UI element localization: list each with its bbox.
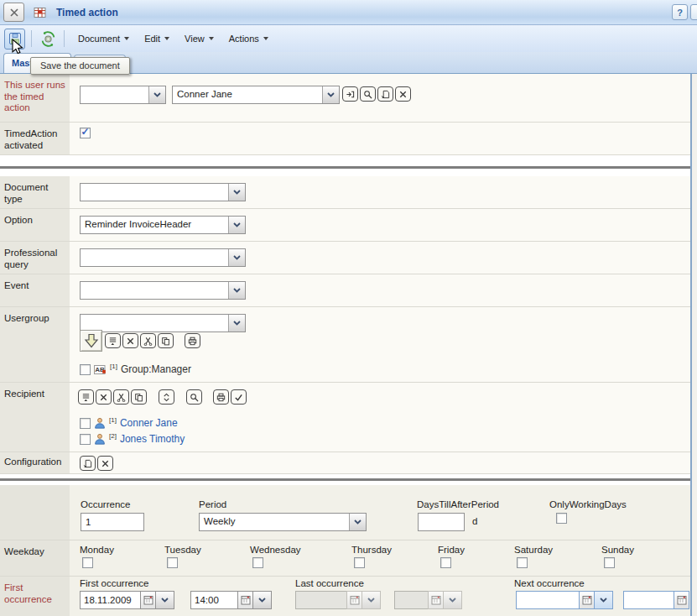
row-runs-user: This user runs the timed action Conner J… <box>0 74 690 123</box>
person-icon <box>94 433 106 445</box>
close-button[interactable] <box>3 3 24 22</box>
option-combobox[interactable]: Reminder InvoiceHeader <box>80 216 246 234</box>
add-usergroup-button[interactable] <box>80 330 102 352</box>
row-weekday: Weekday Monday Tuesday Wednesday Thursda… <box>0 540 690 577</box>
next-time-calendar-button[interactable] <box>674 591 689 609</box>
thursday-checkbox[interactable] <box>354 557 365 568</box>
list-top-button[interactable] <box>78 389 94 405</box>
tab-bar: Mast Save the document <box>0 52 697 74</box>
first-time-input[interactable] <box>190 591 237 609</box>
calendar-icon <box>582 595 592 605</box>
first-time-dropdown-button[interactable] <box>253 591 272 609</box>
recipient-link[interactable]: Jones Timothy <box>120 433 185 445</box>
section-separator <box>0 155 690 176</box>
pick-configuration-button[interactable] <box>80 456 96 471</box>
activated-checkbox[interactable] <box>80 128 91 138</box>
next-date-dropdown-button[interactable] <box>595 591 613 609</box>
usergroup-item-checkbox[interactable] <box>80 364 91 375</box>
first-date-calendar-button[interactable] <box>140 591 156 609</box>
row-label: Recipient <box>0 383 70 452</box>
only-working-days-checkbox[interactable] <box>556 513 567 524</box>
search-button[interactable] <box>186 389 202 405</box>
occurrence-input[interactable] <box>81 513 144 531</box>
goto-user-button[interactable] <box>342 86 358 102</box>
process-engine-button[interactable] <box>38 29 58 49</box>
first-date-dropdown-button[interactable] <box>156 591 174 609</box>
next-date-input[interactable] <box>516 591 579 609</box>
row-recipient: Recipient [1] <box>0 383 690 452</box>
event-combobox[interactable] <box>80 281 246 300</box>
calendar-icon <box>143 595 153 605</box>
confirm-button[interactable] <box>231 389 247 405</box>
clipped-window-button[interactable] <box>690 4 697 20</box>
chevron-down-icon[interactable] <box>148 86 165 103</box>
monday-checkbox[interactable] <box>82 557 93 568</box>
usergroup-item-label: Group:Manager <box>121 363 191 375</box>
weekday-tuesday: Tuesday <box>164 545 201 568</box>
search-icon <box>190 393 199 402</box>
chevron-down-icon[interactable] <box>228 282 245 299</box>
section-separator <box>0 474 690 485</box>
clear-icon <box>99 393 108 402</box>
copy-button[interactable] <box>158 333 174 348</box>
copy-icon <box>134 393 143 402</box>
search-user-button[interactable] <box>360 86 376 102</box>
friday-checkbox[interactable] <box>440 557 451 568</box>
chevron-down-icon[interactable] <box>349 514 366 530</box>
clear-icon <box>398 90 408 99</box>
remove-button[interactable] <box>96 389 112 405</box>
days-till-after-period-input[interactable] <box>418 513 465 531</box>
mouse-cursor <box>12 39 24 56</box>
period-combobox[interactable]: Weekly <box>199 513 367 531</box>
days-till-after-period-label: DaysTillAfterPeriod <box>417 499 499 509</box>
remove-button[interactable] <box>122 333 138 348</box>
cut-button[interactable] <box>113 389 129 405</box>
sunday-checkbox[interactable] <box>604 557 615 568</box>
clear-user-button[interactable] <box>395 86 411 102</box>
sort-button[interactable] <box>159 389 174 405</box>
first-date-input[interactable] <box>80 591 140 609</box>
first-occurrence-label: First occurrence <box>80 578 148 588</box>
document-type-combobox[interactable] <box>80 183 246 201</box>
user-type-combobox[interactable] <box>80 86 166 104</box>
next-date-calendar-button[interactable] <box>579 591 595 609</box>
wednesday-checkbox[interactable] <box>252 557 263 568</box>
recipient-checkbox[interactable] <box>80 418 91 429</box>
first-time-calendar-button[interactable] <box>237 591 253 609</box>
save-tooltip: Save the document <box>30 57 130 75</box>
menu-actions[interactable]: Actions <box>221 29 276 48</box>
professional-query-combobox[interactable] <box>80 248 246 267</box>
print-button[interactable] <box>185 333 200 348</box>
recipient-link[interactable]: Conner Jane <box>120 417 178 429</box>
last-date-dropdown-button <box>362 591 381 609</box>
print-button[interactable] <box>213 389 229 405</box>
saturday-checkbox[interactable] <box>517 557 528 568</box>
check-icon <box>234 393 243 402</box>
recipient-checkbox[interactable] <box>80 434 91 445</box>
list-top-button[interactable] <box>105 333 121 348</box>
copy-button[interactable] <box>131 389 147 405</box>
tuesday-checkbox[interactable] <box>167 557 178 568</box>
row-professional-query: Professional query <box>0 242 690 274</box>
sort-icon <box>162 393 171 402</box>
row-usergroup: Usergroup <box>0 307 690 383</box>
chevron-down-icon[interactable] <box>228 184 245 201</box>
clear-configuration-button[interactable] <box>97 456 113 471</box>
recipient-item: [1] Conner Jane <box>80 416 178 430</box>
chevron-down-icon[interactable] <box>228 217 245 233</box>
help-button[interactable]: ? <box>672 4 688 20</box>
down-arrow-icon <box>84 333 99 348</box>
chevron-down-icon <box>263 37 268 40</box>
menu-document[interactable]: Document <box>70 29 137 48</box>
usergroup-combobox[interactable] <box>80 314 246 332</box>
next-time-input[interactable] <box>623 591 674 609</box>
menu-edit[interactable]: Edit <box>137 29 177 48</box>
pick-user-button[interactable] <box>377 86 393 102</box>
chevron-down-icon <box>161 598 169 603</box>
menu-view[interactable]: View <box>177 29 221 48</box>
run-user-combobox[interactable]: Conner Jane <box>172 86 340 104</box>
chevron-down-icon[interactable] <box>228 249 245 266</box>
chevron-down-icon[interactable] <box>228 315 245 331</box>
cut-button[interactable] <box>140 333 156 348</box>
chevron-down-icon[interactable] <box>322 86 339 103</box>
